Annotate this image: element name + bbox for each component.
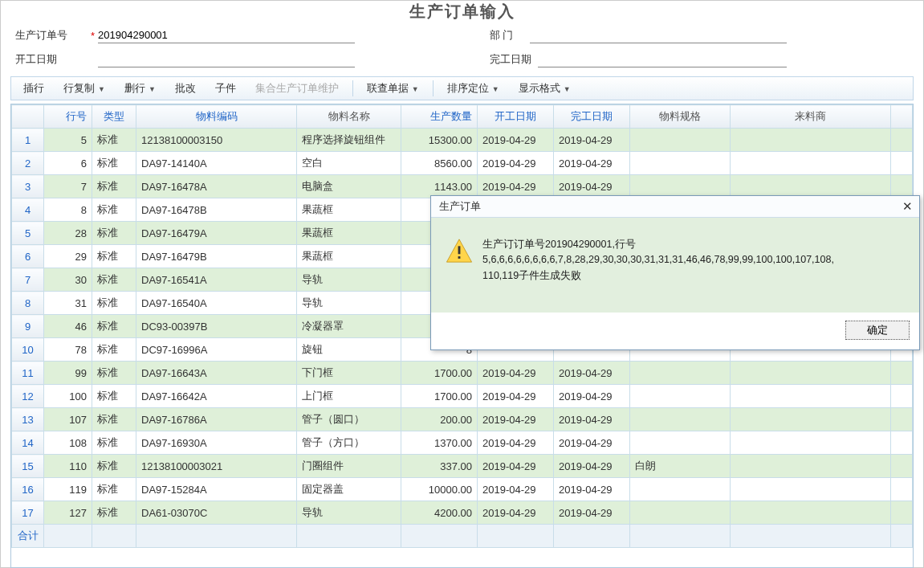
cell-line[interactable]: 99 (44, 362, 92, 385)
cell-end[interactable]: 2019-04-29 (554, 152, 630, 175)
cell-end[interactable]: 2019-04-29 (554, 455, 630, 478)
close-icon[interactable]: ✕ (902, 199, 913, 214)
order-no-input[interactable] (98, 27, 355, 43)
col-vendor[interactable]: 来料商 (731, 105, 891, 129)
cell-type[interactable]: 标准 (92, 478, 136, 501)
cell-vendor[interactable] (731, 478, 891, 501)
delete-row-button[interactable]: 删行▼ (116, 78, 165, 99)
start-date-input[interactable] (98, 51, 355, 67)
cell-line[interactable]: 7 (44, 175, 92, 198)
cell-vendor[interactable] (731, 129, 891, 152)
cell-name[interactable]: 程序选择旋钮组件 (297, 129, 401, 152)
table-row[interactable]: 13107标准DA97-16786A管子（圆口）200.002019-04-29… (12, 408, 913, 431)
cell-line[interactable]: 46 (44, 315, 92, 338)
cell-start[interactable]: 2019-04-29 (478, 455, 554, 478)
table-row[interactable]: 26标准DA97-14140A空白8560.002019-04-292019-0… (12, 152, 913, 175)
cell-code[interactable]: DA97-16642A (136, 385, 297, 408)
col-end[interactable]: 完工日期 (554, 105, 630, 129)
cell-name[interactable]: 冷凝器罩 (297, 315, 401, 338)
cell-type[interactable]: 标准 (92, 175, 136, 198)
cell-start[interactable]: 2019-04-29 (478, 152, 554, 175)
cell-code[interactable]: DA97-16478B (136, 198, 297, 222)
cell-name[interactable]: 果蔬框 (297, 245, 401, 268)
col-type[interactable]: 类型 (92, 105, 136, 129)
cell-type[interactable]: 标准 (92, 222, 136, 245)
cell-line[interactable]: 127 (44, 501, 92, 525)
cell-code[interactable]: 12138100003021 (136, 455, 297, 478)
cell-code[interactable]: 12138100003150 (136, 129, 297, 152)
cell-type[interactable]: 标准 (92, 338, 136, 362)
table-row[interactable]: 16119标准DA97-15284A固定器盖10000.002019-04-29… (12, 478, 913, 501)
cell-type[interactable]: 标准 (92, 315, 136, 338)
cell-end[interactable]: 2019-04-29 (554, 501, 630, 525)
cell-vendor[interactable] (731, 362, 891, 385)
cell-type[interactable]: 标准 (92, 129, 136, 152)
cell-name[interactable]: 下门框 (297, 362, 401, 385)
cell-name[interactable]: 门圈组件 (297, 455, 401, 478)
table-row[interactable]: 15110标准12138100003021门圈组件337.002019-04-2… (12, 455, 913, 478)
cell-vendor[interactable] (731, 455, 891, 478)
cell-name[interactable]: 固定器盖 (297, 478, 401, 501)
table-row[interactable]: 15标准12138100003150程序选择旋钮组件15300.002019-0… (12, 129, 913, 152)
cell-qty[interactable]: 1700.00 (401, 385, 478, 408)
cell-code[interactable]: DA97-15284A (136, 478, 297, 501)
cell-line[interactable]: 31 (44, 292, 92, 315)
cell-end[interactable]: 2019-04-29 (554, 408, 630, 431)
cell-code[interactable]: DA97-16479A (136, 222, 297, 245)
cell-type[interactable]: 标准 (92, 198, 136, 222)
cell-name[interactable]: 果蔬框 (297, 198, 401, 222)
cell-vendor[interactable] (731, 431, 891, 455)
related-docs-button[interactable]: 联查单据▼ (358, 78, 428, 99)
cell-spec[interactable] (630, 431, 731, 455)
cell-code[interactable]: DA97-14140A (136, 152, 297, 175)
cell-code[interactable]: DA61-03070C (136, 501, 297, 525)
cell-vendor[interactable] (731, 408, 891, 431)
cell-name[interactable]: 管子（圆口） (297, 408, 401, 431)
cell-start[interactable]: 2019-04-29 (478, 408, 554, 431)
cell-start[interactable]: 2019-04-29 (478, 362, 554, 385)
cell-start[interactable]: 2019-04-29 (478, 129, 554, 152)
cell-spec[interactable]: 白朗 (630, 455, 731, 478)
cell-spec[interactable] (630, 152, 731, 175)
cell-type[interactable]: 标准 (92, 385, 136, 408)
cell-code[interactable]: DA97-16540A (136, 292, 297, 315)
col-code[interactable]: 物料编码 (136, 105, 297, 129)
cell-type[interactable]: 标准 (92, 292, 136, 315)
copy-row-button[interactable]: 行复制▼ (55, 78, 114, 99)
table-row[interactable]: 1199标准DA97-16643A下门框1700.002019-04-29201… (12, 362, 913, 385)
cell-line[interactable]: 108 (44, 431, 92, 455)
col-spec[interactable]: 物料规格 (630, 105, 731, 129)
cell-line[interactable]: 107 (44, 408, 92, 431)
cell-type[interactable]: 标准 (92, 501, 136, 525)
table-row[interactable]: 17127标准DA61-03070C导轨4200.002019-04-29201… (12, 501, 913, 525)
sub-part-button[interactable]: 子件 (206, 78, 245, 99)
table-row[interactable]: 12100标准DA97-16642A上门框1700.002019-04-2920… (12, 385, 913, 408)
cell-qty[interactable]: 10000.00 (401, 478, 478, 501)
cell-spec[interactable] (630, 408, 731, 431)
cell-type[interactable]: 标准 (92, 408, 136, 431)
cell-code[interactable]: DA97-16479B (136, 245, 297, 268)
cell-spec[interactable] (630, 501, 731, 525)
cell-qty[interactable]: 1370.00 (401, 431, 478, 455)
insert-row-button[interactable]: 插行 (14, 78, 53, 99)
cell-code[interactable]: DA97-16541A (136, 268, 297, 292)
cell-line[interactable]: 5 (44, 129, 92, 152)
cell-vendor[interactable] (731, 501, 891, 525)
cell-start[interactable]: 2019-04-29 (478, 501, 554, 525)
cell-type[interactable]: 标准 (92, 268, 136, 292)
cell-name[interactable]: 果蔬框 (297, 222, 401, 245)
cell-vendor[interactable] (731, 385, 891, 408)
batch-edit-button[interactable]: 批改 (166, 78, 205, 99)
col-name[interactable]: 物料名称 (297, 105, 401, 129)
col-start[interactable]: 开工日期 (478, 105, 554, 129)
cell-start[interactable]: 2019-04-29 (478, 478, 554, 501)
cell-spec[interactable] (630, 362, 731, 385)
cell-start[interactable]: 2019-04-29 (478, 385, 554, 408)
cell-name[interactable]: 导轨 (297, 501, 401, 525)
cell-end[interactable]: 2019-04-29 (554, 478, 630, 501)
dialog-ok-button[interactable]: 确定 (845, 321, 910, 340)
end-date-input[interactable] (538, 51, 787, 67)
cell-name[interactable]: 电脑盒 (297, 175, 401, 198)
cell-name[interactable]: 空白 (297, 152, 401, 175)
cell-name[interactable]: 导轨 (297, 268, 401, 292)
